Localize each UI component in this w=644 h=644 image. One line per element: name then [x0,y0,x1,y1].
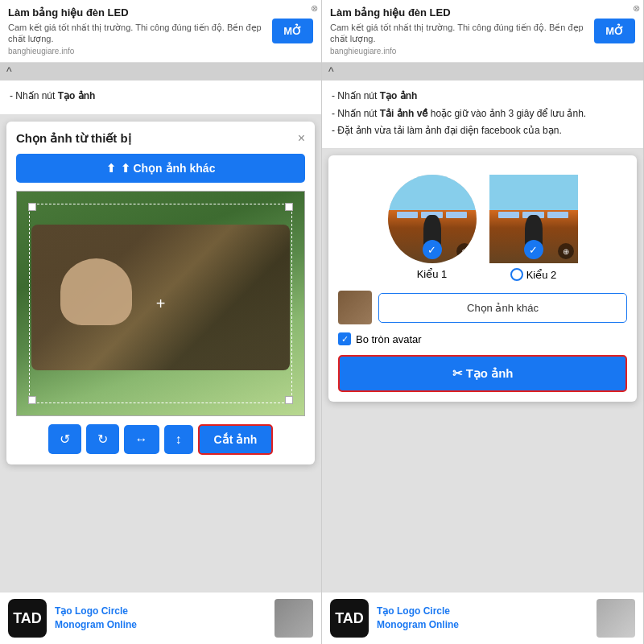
right-win-1 [397,212,419,218]
right-choose-other-button[interactable]: Chọn ảnh khác [378,293,627,323]
left-crop-handle-br[interactable] [285,396,293,404]
left-flip-v-button[interactable]: ↕ [164,425,193,454]
left-undo-button[interactable]: ↺ [48,424,81,454]
right-checkbox-round[interactable]: ✓ [338,332,351,345]
left-ad-title: Làm bảng hiệu đèn LED [8,6,266,20]
right-instruction-step1: - Nhấn nút Tạo ảnh [332,89,634,104]
left-ad-banner: Làm bảng hiệu đèn LED Cam kết giá tốt nh… [0,0,321,63]
left-ad-desc: Cam kết giá tốt nhất thị trường. Thi côn… [8,22,266,45]
left-cut-image-button[interactable]: Cắt ảnh [198,424,274,455]
right-ad-title: Làm bảng hiệu đèn LED [330,6,588,20]
right-tao-anh-button[interactable]: ✂ Tạo ảnh [338,355,627,392]
left-collapse-icon: ^ [6,65,12,78]
left-ad-open-button[interactable]: MỞ [272,19,313,43]
right-checkbox-row: ✓ Bo tròn avatar [338,332,627,345]
left-ad-close-button[interactable]: ⊗ [311,3,318,14]
left-panel: Làm bảng hiệu đèn LED Cam kết giá tốt nh… [0,0,322,644]
right-panel: Làm bảng hiệu đèn LED Cam kết giá tốt nh… [322,0,644,644]
right-preview-kieu2: ✓ ⊕ Kiểu 2 [489,175,578,281]
right-bottom-ad-logo: TAD [330,599,369,638]
right-card: ✓ ⊕ Kiểu 1 [328,155,637,402]
right-preview-kieu1: ✓ ⊕ Kiểu 1 [388,175,477,281]
left-redo-button[interactable]: ↻ [86,424,119,454]
left-card-close-button[interactable]: × [298,131,305,146]
right-bottom-ad: TAD Tạo Logo CircleMonogram Online [322,592,643,644]
right-kieu1-label: Kiểu 1 [417,268,448,280]
left-ad-domain: banghieugiare.info [8,47,266,56]
right-main-content: ✓ ⊕ Kiểu 1 [322,149,643,592]
right-ad-open-button[interactable]: MỞ [594,19,635,43]
left-card-title-text: Chọn ảnh từ thiết bị [16,131,131,146]
right-preview-circle-1: ✓ ⊕ [388,175,477,263]
left-crop-handle-tr[interactable] [285,203,293,211]
left-crop-handle-bl[interactable] [28,396,36,404]
right-win-3 [446,212,468,218]
left-choose-image-button[interactable]: ⬆ ⬆ Chọn ảnh khác [16,154,305,183]
left-bottom-ad-text: Tạo Logo CircleMonogram Online [55,605,137,632]
right-zoom-badge-2: ⊕ [558,243,574,259]
right-ad-banner: Làm bảng hiệu đèn LED Cam kết giá tốt nh… [322,0,643,63]
left-bottom-ad: TAD Tạo Logo CircleMonogram Online [0,592,321,644]
right-win-6 [547,212,569,218]
right-instructions: - Nhấn nút Tạo ảnh - Nhấn nút Tải ảnh về… [322,80,643,149]
right-check-badge-2: ✓ [524,240,543,259]
left-main-content: Chọn ảnh từ thiết bị × ⬆ ⬆ Chọn ảnh khác… [0,115,321,592]
right-small-thumb [338,291,372,324]
right-ad-desc: Cam kết giá tốt nhất thị trường. Thi côn… [330,22,588,45]
left-bottom-ad-logo-text: TAD [13,610,42,627]
left-crop-handle-tl[interactable] [28,203,36,211]
right-bottom-ad-text: Tạo Logo CircleMonogram Online [377,605,459,632]
right-preview-square-2: ✓ ⊕ [489,175,578,263]
right-round-label: Bo tròn avatar [356,333,422,345]
left-choose-image-label: ⬆ Chọn ảnh khác [121,162,216,175]
right-kieu2-label: Kiểu 2 [510,268,557,281]
right-bottom-ad-thumb [597,599,635,638]
left-flip-h-button[interactable]: ↔ [124,425,159,454]
left-instruction-step1: - Nhấn nút Tạo ảnh [10,89,312,104]
left-choose-image-icon: ⬆ [106,162,116,175]
right-choose-row: Chọn ảnh khác [338,291,627,324]
left-card: Chọn ảnh từ thiết bị × ⬆ ⬆ Chọn ảnh khác… [6,122,315,464]
right-collapse-icon: ^ [328,65,334,78]
left-ad-text: Làm bảng hiệu đèn LED Cam kết giá tốt nh… [8,6,266,56]
right-ad-text: Làm bảng hiệu đèn LED Cam kết giá tốt nh… [330,6,588,56]
right-ad-close-button[interactable]: ⊗ [633,3,640,14]
right-instruction-step2: - Nhấn nút Tải ảnh về hoặc giữ vào ảnh 3… [332,106,634,122]
right-zoom-badge-1: ⊕ [456,243,473,259]
left-crop-area[interactable]: + [16,191,305,416]
right-check-badge-1: ✓ [423,240,442,259]
right-ad-domain: banghieugiare.info [330,47,588,56]
right-collapse-bar[interactable]: ^ [322,63,643,80]
left-card-title-row: Chọn ảnh từ thiết bị × [16,131,305,146]
left-collapse-bar[interactable]: ^ [0,63,321,80]
left-bottom-ad-thumb [275,599,313,638]
left-instructions: - Nhấn nút Tạo ảnh [0,80,321,114]
left-control-bar: ↺ ↻ ↔ ↕ Cắt ảnh [16,424,305,455]
left-person-head [60,258,132,325]
right-instruction-step3: - Đặt ảnh vừa tải làm ảnh đại diện faceb… [332,123,634,138]
right-win-4 [498,212,520,218]
right-kieu2-text: Kiểu 2 [526,269,557,281]
right-preview-row: ✓ ⊕ Kiểu 1 [338,175,627,281]
right-radio-kieu2[interactable] [510,268,523,281]
right-bottom-ad-logo-text: TAD [335,610,364,627]
left-bottom-ad-logo: TAD [8,599,47,638]
